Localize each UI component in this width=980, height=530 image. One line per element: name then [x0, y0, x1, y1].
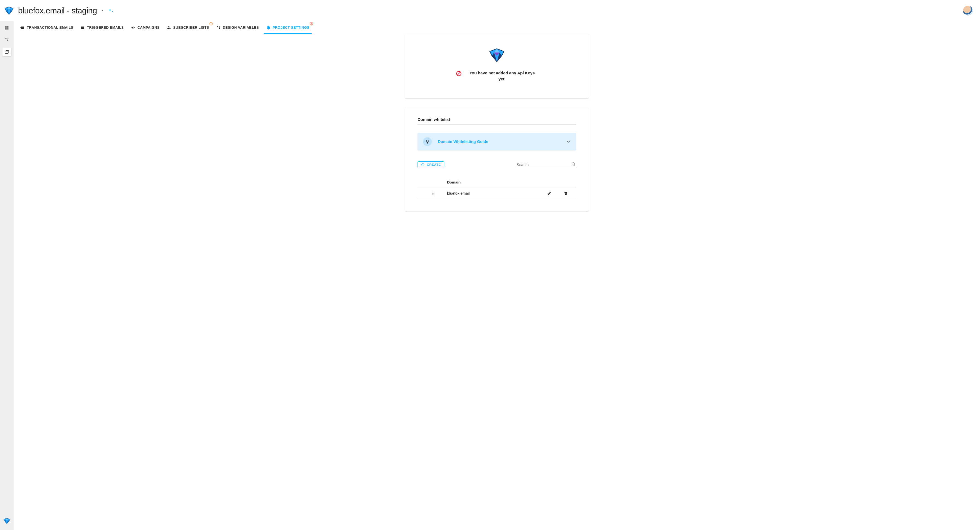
tab-project-settings[interactable]: PROJECT SETTINGS [266, 21, 310, 33]
svg-point-33 [572, 162, 574, 165]
mail-send-icon [20, 25, 25, 30]
plus-circle-icon [421, 163, 425, 167]
table-header: Domain [418, 177, 576, 188]
svg-point-38 [434, 193, 434, 194]
empty-state-logo [488, 48, 506, 63]
tab-design-variables[interactable]: DESIGN VARIABLES [216, 21, 259, 33]
tab-label: SUBSCRIBER LISTS [173, 26, 209, 30]
section-title: Domain whitelist [418, 117, 576, 125]
content: You have not added any Api Keys yet. Dom… [14, 34, 980, 228]
table-row: bluefox.email [418, 188, 576, 199]
guide-banner[interactable]: Domain Whitelisting Guide [418, 133, 576, 150]
guide-link[interactable]: Domain Whitelisting Guide [438, 140, 488, 144]
tools-icon [5, 37, 9, 41]
tab-label: TRANSACTIONAL EMAILS [27, 26, 73, 30]
tab-label: CAMPAIGNS [138, 26, 160, 30]
alert-badge [310, 22, 313, 26]
people-icon [167, 25, 171, 30]
rail-item-tools[interactable] [3, 36, 10, 43]
left-rail [0, 0, 14, 530]
caret-down-icon [101, 9, 104, 12]
create-button-label: CREATE [427, 163, 441, 166]
create-button[interactable]: CREATE [418, 161, 444, 168]
app-logo[interactable] [4, 5, 14, 16]
svg-point-19 [211, 24, 211, 25]
svg-rect-0 [5, 26, 6, 28]
fox-logo-icon [3, 517, 11, 525]
search-field[interactable] [516, 161, 576, 168]
svg-rect-1 [7, 26, 8, 28]
svg-point-39 [433, 194, 433, 195]
svg-point-40 [434, 194, 434, 195]
svg-point-37 [433, 193, 433, 194]
svg-line-29 [457, 72, 460, 75]
svg-line-34 [574, 165, 575, 166]
alert-circle-icon [310, 22, 313, 26]
svg-rect-2 [5, 28, 6, 30]
tab-campaigns[interactable]: CAMPAIGNS [131, 21, 160, 33]
drag-handle[interactable] [420, 191, 447, 196]
svg-point-15 [168, 26, 169, 27]
column-domain: Domain [447, 180, 541, 184]
table-toolbar: CREATE [418, 161, 576, 168]
search-icon [571, 162, 576, 166]
wand-button[interactable] [108, 8, 113, 13]
api-keys-empty-card: You have not added any Api Keys yet. [405, 34, 589, 99]
tab-label: DESIGN VARIABLES [223, 26, 259, 30]
svg-rect-4 [5, 51, 8, 53]
topbar: bluefox.email - staging [0, 0, 980, 21]
rail-item-grid[interactable] [3, 25, 10, 31]
main: TRANSACTIONAL EMAILS TRIGGERED EMAILS CA… [14, 0, 980, 530]
svg-rect-3 [7, 28, 8, 30]
user-avatar[interactable] [963, 6, 973, 16]
domain-cell: bluefox.email [447, 191, 541, 196]
svg-point-22 [311, 24, 312, 25]
empty-state-message: You have not added any Api Keys yet. [466, 70, 538, 82]
fox-logo-icon [488, 48, 506, 63]
svg-point-35 [433, 191, 433, 192]
title-dropdown[interactable] [101, 9, 104, 12]
svg-rect-13 [21, 27, 21, 27]
fox-logo-icon [4, 5, 14, 16]
rail-footer-logo[interactable] [3, 517, 11, 525]
svg-rect-14 [20, 27, 21, 28]
tabs-row: TRANSACTIONAL EMAILS TRIGGERED EMAILS CA… [14, 21, 980, 34]
edit-button[interactable] [541, 191, 558, 196]
expand-banner[interactable] [566, 140, 571, 144]
mail-icon [80, 25, 85, 30]
tab-triggered-emails[interactable]: TRIGGERED EMAILS [80, 21, 124, 33]
svg-point-36 [434, 191, 434, 192]
pencil-icon [547, 191, 552, 196]
wand-icon [108, 8, 113, 13]
gear-icon [266, 25, 270, 30]
alert-circle-icon [209, 22, 213, 26]
tab-label: TRIGGERED EMAILS [87, 26, 124, 30]
domain-whitelist-card: Domain whitelist Domain Whitelisting Gui… [405, 108, 589, 211]
chevron-down-icon [566, 140, 571, 144]
ban-icon [456, 70, 462, 76]
domain-table: Domain bluefox.email [418, 177, 576, 199]
design-icon [216, 25, 221, 30]
lightbulb-icon [423, 137, 432, 146]
page-title: bluefox.email - staging [18, 6, 97, 15]
trash-icon [563, 191, 568, 196]
delete-button[interactable] [558, 191, 574, 196]
search-input[interactable] [516, 161, 576, 168]
svg-point-16 [169, 27, 170, 27]
megaphone-icon [131, 25, 135, 30]
grid-icon [5, 26, 9, 30]
tab-label: PROJECT SETTINGS [273, 26, 310, 30]
rail-item-projects[interactable] [2, 48, 11, 56]
tab-transactional-emails[interactable]: TRANSACTIONAL EMAILS [20, 21, 73, 33]
folders-icon [5, 49, 9, 54]
alert-badge [209, 22, 213, 26]
tab-subscriber-lists[interactable]: SUBSCRIBER LISTS [167, 21, 209, 33]
drag-icon [432, 191, 435, 196]
